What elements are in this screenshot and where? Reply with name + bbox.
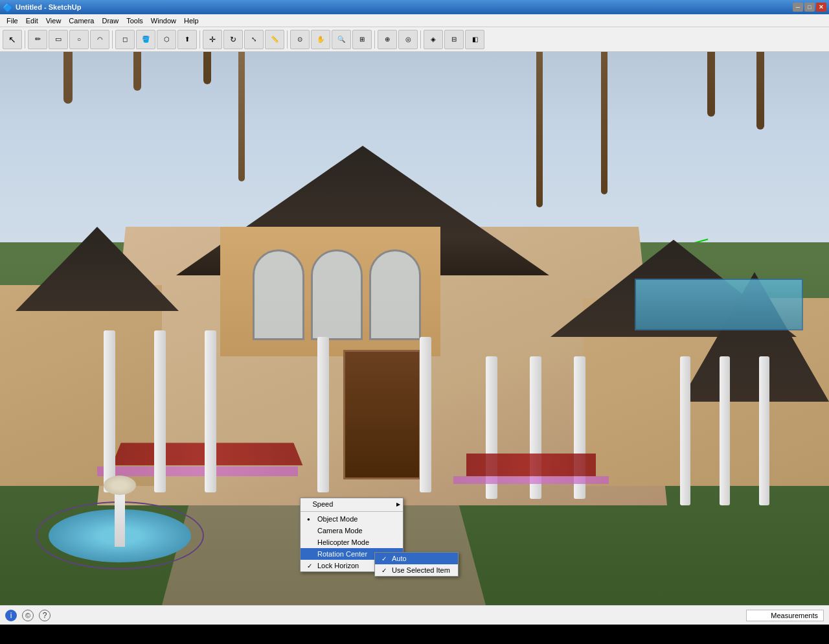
rect-tool[interactable]: ▭ — [49, 30, 68, 49]
titlebar: 🔷 Untitled - SketchUp ─ □ ✕ — [0, 0, 829, 14]
menu-camera[interactable]: Camera — [65, 16, 98, 26]
close-button[interactable]: ✕ — [816, 3, 826, 12]
minimize-button[interactable]: ─ — [793, 3, 803, 12]
submenu-use-selected[interactable]: ✓ Use Selected Item — [375, 564, 458, 576]
canvas-area[interactable]: Speed ● Object Mode Camera Mode Helicopt… — [0, 52, 829, 625]
pan-tool[interactable]: ✋ — [311, 30, 330, 49]
scale-tool[interactable]: ⤡ — [244, 30, 264, 49]
titlebar-title: 🔷 Untitled - SketchUp — [3, 3, 81, 12]
ctx-camera-mode[interactable]: Camera Mode — [301, 525, 403, 536]
toolbar-separator-1 — [25, 30, 25, 49]
copy-icon[interactable]: © — [22, 610, 34, 621]
ctx-object-mode[interactable]: ● Object Mode — [301, 513, 403, 525]
offset-tool[interactable]: ⬡ — [157, 30, 176, 49]
columns-far-right — [680, 356, 769, 505]
toolbar-separator-3 — [199, 30, 200, 49]
lookat-tool[interactable]: ◎ — [398, 30, 418, 49]
select-tool[interactable]: ↖ — [3, 30, 22, 49]
pool — [635, 279, 803, 330]
menu-window[interactable]: Window — [147, 16, 180, 26]
statusbar: i © ? Measurements — [0, 605, 829, 625]
paint-tool[interactable]: 🪣 — [136, 30, 155, 49]
toolbar-separator-6 — [420, 30, 421, 49]
window-group — [246, 243, 427, 347]
zoom-tool[interactable]: 🔍 — [332, 30, 351, 49]
maximize-button[interactable]: □ — [804, 3, 815, 12]
rotation-center-submenu[interactable]: ✓ Auto ✓ Use Selected Item — [374, 552, 459, 577]
submenu-auto[interactable]: ✓ Auto — [375, 553, 458, 564]
tape-tool[interactable]: 📏 — [265, 30, 284, 49]
zoomext-tool[interactable]: ⊞ — [352, 30, 372, 49]
toolbar-separator-5 — [374, 30, 375, 49]
app-title: Untitled - SketchUp — [16, 3, 81, 11]
rotate-tool[interactable]: ↻ — [223, 30, 243, 49]
entry-rug-right — [466, 454, 596, 476]
menu-edit[interactable]: Edit — [22, 16, 42, 26]
arc-tool[interactable]: ◠ — [90, 30, 109, 49]
orbit-tool[interactable]: ⊙ — [290, 30, 310, 49]
statusbar-left: i © ? — [5, 610, 51, 621]
columns-right-entrance — [317, 337, 431, 492]
toolbar: ↖ ✏ ▭ ○ ◠ ◻ 🪣 ⬡ ⬆ ✛ ↻ ⤡ 📏 ⊙ ✋ 🔍 ⊞ ⊕ ◎ ◈ … — [0, 27, 829, 52]
menu-file[interactable]: File — [3, 16, 22, 26]
menubar: File Edit View Camera Draw Tools Window … — [0, 14, 829, 27]
components-btn[interactable]: ⊟ — [444, 30, 464, 49]
walkthrough-tool[interactable]: ⊕ — [378, 30, 397, 49]
menu-view[interactable]: View — [42, 16, 65, 26]
pushpull-tool[interactable]: ⬆ — [177, 30, 197, 49]
app-icon: 🔷 — [3, 3, 13, 12]
decorative-strip-right — [453, 476, 609, 484]
menu-tools[interactable]: Tools — [122, 16, 147, 26]
ctx-helicopter-mode[interactable]: Helicopter Mode — [301, 536, 403, 548]
toolbar-separator-4 — [287, 30, 288, 49]
fountain-base — [36, 501, 204, 573]
info-icon[interactable]: i — [5, 610, 17, 621]
materials-btn[interactable]: ◈ — [424, 30, 443, 49]
eraser-tool[interactable]: ◻ — [115, 30, 135, 49]
styles-btn[interactable]: ◧ — [465, 30, 484, 49]
toolbar-separator-2 — [112, 30, 113, 49]
help-icon[interactable]: ? — [39, 610, 51, 621]
move-tool[interactable]: ✛ — [203, 30, 222, 49]
scene-background — [0, 52, 829, 625]
menu-draw[interactable]: Draw — [98, 16, 122, 26]
measurements-display: Measurements — [746, 610, 824, 621]
line-tool[interactable]: ✏ — [28, 30, 47, 49]
columns-left — [104, 330, 216, 492]
ctx-speed[interactable]: Speed — [301, 498, 403, 510]
ctx-separator-1 — [301, 511, 403, 512]
menu-help[interactable]: Help — [180, 16, 203, 26]
titlebar-controls[interactable]: ─ □ ✕ — [793, 3, 826, 12]
circle-tool[interactable]: ○ — [69, 30, 89, 49]
